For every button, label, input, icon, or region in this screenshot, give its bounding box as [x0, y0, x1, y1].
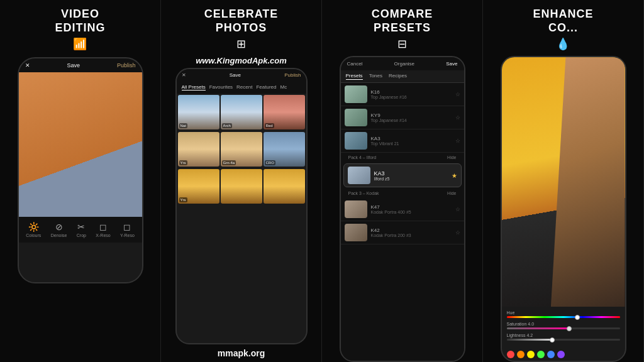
tab-presets[interactable]: Presets	[346, 73, 363, 80]
presets-phone-topbar: ✕ Save Publish	[177, 69, 306, 81]
preset-thumb-4[interactable]: Yrs	[178, 132, 219, 167]
bookmark-icon-k47[interactable]: ☆	[455, 206, 460, 212]
close-icon[interactable]: ✕	[25, 62, 30, 69]
grid-row-3: Yrs	[177, 168, 306, 205]
color-dot-green[interactable]	[537, 351, 545, 358]
preset-name-k47: K47	[371, 204, 452, 210]
preset-thumb-1[interactable]: Nat	[178, 95, 219, 129]
panel-1-title: VIDEO EDITING	[55, 8, 105, 35]
save-btn-2[interactable]: Save	[230, 72, 241, 78]
publish-btn-2[interactable]: Publish	[284, 72, 301, 78]
crop-tool[interactable]: ✂ Crop	[77, 222, 86, 238]
preset-row-ka3[interactable]: KA3 Top Vibrant 21 ☆	[341, 129, 464, 153]
bookmark-icon-ka3[interactable]: ☆	[455, 138, 460, 144]
pack-ilford-header: Pack 4 – Ilford Hide	[341, 153, 464, 162]
compare-topbar: Cancel Organise Save	[341, 57, 464, 70]
colours-tool[interactable]: 🔆 Colours	[26, 222, 41, 238]
panel-compare-presets: COMPARE PRESETS ⊟ Cancel Organise Save P…	[322, 0, 483, 362]
bookmark-icon-ky9[interactable]: ☆	[455, 114, 460, 121]
xreso-icon: ◻	[99, 222, 107, 232]
tab-mc[interactable]: Mc	[280, 84, 287, 90]
save-button-compare[interactable]: Save	[446, 61, 457, 67]
lightness-track[interactable]	[507, 339, 620, 341]
preset-sub-k47: Kodak Portra 400 #5	[371, 210, 452, 214]
denoise-tool[interactable]: ⊘ Denoise	[51, 222, 67, 238]
panel-4-header: ENHANCE CO... 💧	[528, 0, 598, 55]
close-icon-2[interactable]: ✕	[182, 72, 186, 78]
preset-list: K16 Top Japanese #16 ☆ KY9 Top Japanese …	[341, 83, 464, 361]
panel-video-editing: VIDEO EDITING 📶 ✕ Save Publish ▶ 🔆 Colou…	[0, 0, 161, 362]
hue-label: Hue	[507, 310, 620, 315]
denoise-label: Denoise	[51, 233, 67, 238]
star-icon[interactable]: ★	[452, 172, 457, 179]
color-dot-blue[interactable]	[547, 351, 555, 358]
preset-name-k16: K16	[371, 89, 452, 95]
pack-ilford-hide[interactable]: Hide	[443, 154, 460, 161]
lightness-label: Lightness 4.2	[507, 333, 620, 337]
preset-row-k47[interactable]: K47 Kodak Portra 400 #5 ☆	[341, 198, 464, 221]
panel-3-title: COMPARE PRESETS	[372, 8, 433, 35]
crop-icon: ✂	[77, 222, 85, 232]
bookmark-icon-k16[interactable]: ☆	[455, 91, 460, 97]
watermark-kingmod: www.KingmodApk.com	[196, 56, 287, 65]
color-dot-red[interactable]	[507, 351, 514, 358]
saturation-fill	[507, 327, 569, 329]
preset-sub-ka3: Top Vibrant 21	[371, 141, 452, 146]
preset-name-k42: K42	[371, 228, 452, 233]
highlighted-preset-info: KA3 Ilford z5	[374, 170, 448, 181]
highlighted-preset-row[interactable]: KA3 Ilford z5 ★	[343, 163, 462, 187]
preset-info-ky9: KY9 Top Japanese #14	[371, 112, 452, 123]
person-photo	[551, 57, 625, 307]
tab-recipes[interactable]: Recipes	[389, 73, 407, 80]
preset-thumb-7[interactable]: Yrs	[178, 169, 219, 204]
saturation-slider-row: Saturation 4.0	[507, 322, 620, 329]
preset-sub-k42: Kodak Portra 200 #3	[371, 233, 452, 238]
preset-thumb-9[interactable]	[264, 169, 305, 204]
tab-favourites[interactable]: Favourites	[209, 84, 233, 90]
color-dot-yellow[interactable]	[527, 351, 535, 358]
saturation-thumb[interactable]	[567, 326, 572, 331]
tab-tones[interactable]: Tones	[369, 73, 382, 80]
preset-label-arch: Arch	[222, 123, 232, 128]
organise-button[interactable]: Organise	[394, 61, 414, 67]
preset-thumb-8[interactable]	[221, 169, 262, 204]
preset-thumb-3[interactable]: Red	[264, 95, 305, 129]
lightness-slider-row: Lightness 4.2	[507, 333, 620, 341]
publish-button[interactable]: Publish	[117, 62, 136, 69]
color-dot-purple[interactable]	[557, 351, 565, 358]
tab-recent[interactable]: Recent	[236, 84, 252, 90]
tab-featured[interactable]: Featured	[256, 84, 276, 90]
preset-thumb-ka3	[345, 132, 367, 150]
video-toolbar: 🔆 Colours ⊘ Denoise ✂ Crop ◻ X-Reso ◻ Y-…	[19, 217, 142, 243]
xreso-tool[interactable]: ◻ X-Reso	[96, 222, 110, 238]
yreso-label: Y-Reso	[120, 233, 135, 238]
grid-row-2: Yrs Grn-4a CRO	[177, 131, 306, 168]
hue-thumb[interactable]	[575, 315, 580, 320]
tab-all-presets[interactable]: All Presets	[182, 84, 206, 90]
preset-row-ky9[interactable]: KY9 Top Japanese #14 ☆	[341, 106, 464, 129]
preset-thumb-2[interactable]: Arch	[221, 95, 262, 129]
lightness-fill	[507, 339, 552, 341]
colours-icon: 🔆	[28, 222, 39, 232]
saturation-track[interactable]	[507, 327, 620, 329]
hue-track[interactable]	[507, 316, 620, 318]
panel-4-title: ENHANCE CO...	[533, 8, 593, 35]
cancel-button[interactable]: Cancel	[347, 61, 363, 67]
bookmark-icon-k42[interactable]: ☆	[455, 229, 460, 236]
panel-2-title: CELEBRATE PHOTOS	[204, 8, 279, 35]
preset-label-red: Red	[265, 123, 274, 128]
preset-thumb-6[interactable]: CRO	[264, 132, 305, 167]
preset-row-k16[interactable]: K16 Top Japanese #16 ☆	[341, 83, 464, 106]
preset-thumb-5[interactable]: Grn-4a	[221, 132, 262, 167]
save-button[interactable]: Save	[67, 62, 80, 69]
preset-row-k42[interactable]: K42 Kodak Portra 200 #3 ☆	[341, 221, 464, 244]
yreso-tool[interactable]: ◻ Y-Reso	[120, 222, 135, 238]
preset-tabs-bar: All Presets Favourites Recent Featured M…	[177, 81, 306, 94]
saturation-label: Saturation 4.0	[507, 322, 620, 326]
droplet-icon: 💧	[533, 37, 593, 51]
pack-kodak-hide[interactable]: Hide	[443, 190, 460, 197]
panel-celebrate-photos: CELEBRATE PHOTOS ⊞ www.KingmodApk.com ✕ …	[161, 0, 322, 362]
color-dot-orange[interactable]	[517, 351, 525, 358]
pack-kodak-header: Pack 3 – Kodak Hide	[341, 189, 464, 198]
lightness-thumb[interactable]	[550, 337, 555, 343]
